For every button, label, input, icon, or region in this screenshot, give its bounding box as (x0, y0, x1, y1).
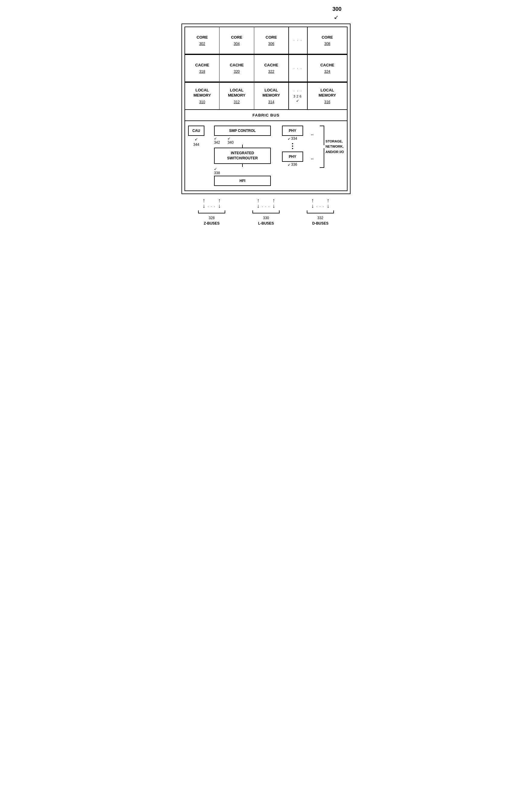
middle-group: SMP CONTROL ↙ 342 ↙ 340 (209, 126, 276, 186)
core-dots-text: · · · (294, 39, 303, 42)
l-arrow-2: ↑ ↓ (272, 198, 275, 209)
z-buses-group: ↑ ↓ · · · ↑ ↓ 328 Z-BUSES (198, 198, 225, 226)
core-row: CORE 302 CORE 304 CORE 306 · · · (185, 27, 347, 54)
lm-314-label: LOCALMEMORY (262, 88, 280, 98)
core-left-cells: CORE 302 CORE 304 CORE 306 (185, 27, 289, 54)
phy-bottom-num: 336 (291, 162, 297, 167)
storage-bracket: STORAGE,NETWORK,AND/OR I/O (320, 126, 344, 168)
cache-dots-text: · · · (294, 67, 303, 70)
cau-arrow: ↙ (195, 137, 198, 141)
l-dots-col: · · · (262, 204, 270, 209)
connector-smp-switch (242, 144, 243, 148)
phy-top-label: PHY (289, 129, 297, 133)
l-bus-num: 330 (263, 216, 269, 220)
phy-top-num: 334 (291, 136, 297, 141)
ref-arrow: ↙ (182, 14, 350, 21)
smp-arrow: ↙ (214, 136, 217, 140)
local-memory-312: LOCALMEMORY 312 (220, 83, 254, 109)
cache-322-num: 322 (268, 70, 274, 74)
z-bus-num: 328 (209, 216, 215, 220)
core-302-label: CORE (196, 35, 208, 40)
fabric-bus: FABRIC BUS (185, 110, 347, 121)
smp-group: SMP CONTROL ↙ 342 ↙ 340 (209, 126, 276, 144)
phy-top-group: PHY ↙ 334 (282, 126, 303, 141)
core-308: CORE 308 (307, 27, 347, 54)
z-bus-arrows: ↑ ↓ · · · ↑ ↓ (203, 198, 221, 209)
dot3 (292, 148, 293, 149)
z-arrow-1: ↑ ↓ (203, 198, 205, 209)
d-buses-group: ↑ ↓ · · · ↑ ↓ 332 D-BUSES (307, 198, 334, 226)
rows-container: CORE 302 CORE 304 CORE 306 · · · (185, 26, 347, 110)
cache-324-label: CACHE (320, 63, 334, 68)
core-306-num: 306 (268, 42, 274, 46)
cache-320-num: 320 (234, 70, 240, 74)
fabric-bus-label: FABRIC BUS (252, 113, 279, 117)
ref-number-text: 300 (332, 6, 341, 12)
cau-group: CAU ↙ 344 (188, 126, 204, 147)
cache-row: CACHE 318 CACHE 320 CACHE 322 · · · (185, 54, 347, 82)
smp-box: SMP CONTROL (214, 126, 271, 136)
z-up-arrow-2: ↑ (218, 198, 221, 203)
cau-box: CAU (188, 126, 204, 136)
d-arrow-2: ↑ ↓ (327, 198, 329, 209)
core-306-label: CORE (266, 35, 277, 40)
cache-322-label: CACHE (264, 63, 278, 68)
lm-310-num: 310 (199, 100, 205, 104)
z-dots: · · · (208, 204, 216, 209)
dot1 (292, 143, 293, 144)
core-306: CORE 306 (254, 27, 288, 54)
cau-num: 344 (193, 142, 199, 147)
d-arrow-1: ↑ ↓ (311, 198, 314, 209)
z-arrow-2: ↑ ↓ (218, 198, 221, 209)
z-down-arrow-2: ↓ (218, 203, 221, 209)
core-row-dots: · · · (289, 27, 307, 54)
l-bus-arrows: ↑ ↓ · · · ↑ ↓ (257, 198, 276, 209)
diagram-ref-number: 300 (182, 6, 350, 12)
core-304-num: 304 (234, 42, 240, 46)
l-up-arrow-1: ↑ (257, 198, 260, 203)
core-308-num: 308 (324, 42, 330, 46)
z-bracket (198, 210, 225, 213)
z-dots-col: · · · (208, 204, 216, 209)
storage-label-text: STORAGE,NETWORK,AND/OR I/O (325, 139, 344, 154)
switch-arrow-up: ↙ (228, 136, 230, 140)
l-bus-label: L-BUSES (258, 221, 274, 226)
d-up-arrow-2: ↑ (327, 198, 329, 203)
cache-324: CACHE 324 (307, 55, 347, 81)
core-308-label: CORE (322, 35, 333, 40)
local-memory-310: LOCALMEMORY 310 (185, 83, 220, 109)
phy-top-arrow: ↙ (288, 137, 290, 141)
lm-dots-ref: 326 (293, 95, 303, 98)
hfi-num: 338 (214, 171, 220, 175)
cache-318: CACHE 318 (185, 55, 220, 81)
d-bus-num: 332 (317, 216, 323, 220)
switch-label: INTEGRATEDSWITCH/ROUTER (227, 151, 258, 160)
l-up-arrow-2: ↑ (272, 198, 275, 203)
d-up-arrow-1: ↑ (311, 198, 314, 203)
dot2 (292, 146, 293, 147)
phy-dots (292, 143, 293, 149)
lm-316-label: LOCALMEMORY (319, 88, 336, 98)
cache-row-dots: · · · (289, 55, 307, 81)
lm-310-label: LOCALMEMORY (193, 88, 211, 98)
z-down-arrow-1: ↓ (203, 203, 205, 209)
phy-group: PHY ↙ 334 (281, 126, 305, 167)
core-304: CORE 304 (220, 27, 254, 54)
storage-label: STORAGE,NETWORK,AND/OR I/O (325, 139, 344, 155)
d-dots: · · · (317, 204, 325, 209)
z-bus-label: Z-BUSES (204, 221, 220, 226)
bidir-arrows: ↔ ↔ (309, 126, 315, 165)
lower-section: CAU ↙ 344 SMP CONTROL (185, 121, 347, 191)
smp-label: SMP CONTROL (229, 129, 256, 133)
l-dots: · · · (262, 204, 270, 209)
local-memory-left-cells: LOCALMEMORY 310 LOCALMEMORY 312 LOCALMEM… (185, 83, 289, 109)
core-302-num: 302 (199, 42, 205, 46)
l-down-arrow-1: ↓ (257, 203, 260, 209)
lm-dots-text: · · · (294, 89, 303, 93)
phy-bottom-label: PHY (289, 155, 297, 159)
d-down-arrow-2: ↓ (327, 203, 329, 209)
hfi-group: ↙ 338 HFI (209, 167, 276, 186)
cau-label: CAU (192, 129, 200, 133)
l-bracket (252, 210, 280, 213)
d-bus-arrows: ↑ ↓ · · · ↑ ↓ (311, 198, 330, 209)
